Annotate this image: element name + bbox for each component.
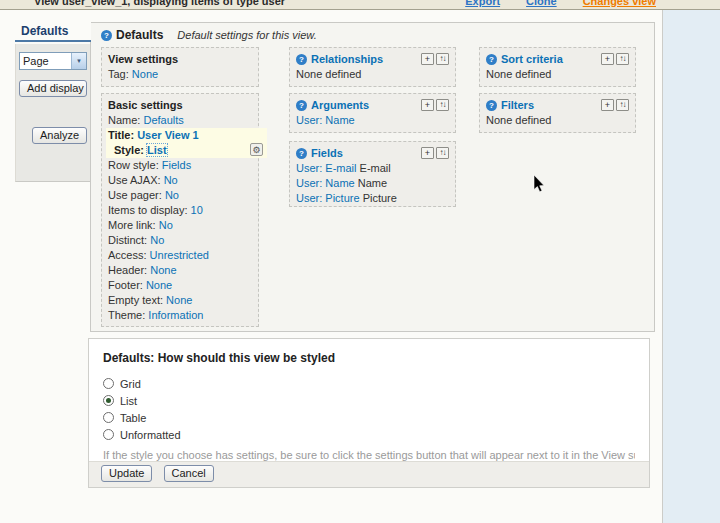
changed-settings-highlight: Title: User View 1 Style: List ⚙ bbox=[106, 128, 267, 158]
add-icon[interactable]: + bbox=[421, 99, 434, 111]
basic-settings-box: Basic settings Name: Defaults Title: Use… bbox=[101, 93, 259, 327]
rearrange-icon[interactable]: ↑↓ bbox=[436, 147, 449, 159]
tag-label: Tag: bbox=[108, 68, 129, 80]
add-icon[interactable]: + bbox=[601, 53, 614, 65]
style-edit-form: Defaults: How should this view be styled… bbox=[88, 338, 650, 488]
page-background-strip bbox=[662, 10, 720, 523]
setting-label: Style: bbox=[114, 144, 144, 156]
setting-label: Use AJAX: bbox=[108, 174, 161, 186]
panel-title: Defaults bbox=[116, 28, 163, 42]
setting-value-link[interactable]: Defaults bbox=[143, 114, 183, 126]
setting-value-link[interactable]: None bbox=[146, 279, 172, 291]
tag-value-link[interactable]: None bbox=[132, 68, 158, 80]
analyze-button[interactable]: Analyze bbox=[32, 127, 87, 144]
field-item-link[interactable]: User: Name bbox=[296, 177, 355, 189]
arguments-title-link[interactable]: Arguments bbox=[311, 99, 369, 111]
help-icon[interactable]: ? bbox=[296, 148, 307, 159]
add-icon[interactable]: + bbox=[421, 53, 434, 65]
radio-icon[interactable] bbox=[103, 412, 114, 423]
sort-criteria-empty: None defined bbox=[486, 67, 629, 82]
field-item-suffix: Picture bbox=[363, 192, 397, 204]
radio-label: Unformatted bbox=[120, 429, 181, 441]
display-type-select[interactable]: Page ▼ bbox=[19, 52, 87, 70]
setting-label: Title: bbox=[108, 129, 134, 141]
display-type-value: Page bbox=[20, 55, 49, 67]
setting-value-link[interactable]: Unrestricted bbox=[150, 249, 209, 261]
setting-label: Footer: bbox=[108, 279, 143, 291]
filters-empty: None defined bbox=[486, 113, 629, 128]
setting-label: Access: bbox=[108, 249, 147, 261]
form-buttons-bar: Update Cancel bbox=[89, 461, 649, 487]
style-option-grid[interactable]: Grid bbox=[103, 375, 635, 392]
add-display-button[interactable]: Add display bbox=[19, 80, 87, 97]
clone-link[interactable]: Clone bbox=[526, 0, 557, 7]
view-title-bar: View user_view_1, displaying items of ty… bbox=[0, 0, 720, 10]
rearrange-icon[interactable]: ↑↓ bbox=[616, 53, 629, 65]
displays-sidebar: Page ▼ Add display Analyze bbox=[15, 44, 91, 182]
panel-header: ? Defaults Default settings for this vie… bbox=[91, 23, 654, 42]
setting-value-link[interactable]: None bbox=[150, 264, 176, 276]
fields-box: ? Fields + ↑↓ User: E-mail E-mail User: … bbox=[289, 141, 456, 207]
setting-value-link[interactable]: No bbox=[165, 189, 179, 201]
setting-label: Distinct: bbox=[108, 234, 147, 246]
rearrange-icon[interactable]: ↑↓ bbox=[436, 99, 449, 111]
setting-label: Items to display: bbox=[108, 204, 187, 216]
style-option-table[interactable]: Table bbox=[103, 409, 635, 426]
view-settings-title: View settings bbox=[108, 53, 178, 65]
changes-view-link[interactable]: Changes view bbox=[583, 0, 656, 7]
radio-icon[interactable] bbox=[103, 378, 114, 389]
setting-label: Empty text: bbox=[108, 294, 163, 306]
style-option-unformatted[interactable]: Unformatted bbox=[103, 426, 635, 443]
relationships-box: ? Relationships + ↑↓ None defined bbox=[289, 47, 456, 87]
rearrange-icon[interactable]: ↑↓ bbox=[436, 53, 449, 65]
setting-value-link[interactable]: 10 bbox=[191, 204, 203, 216]
help-icon[interactable]: ? bbox=[296, 100, 307, 111]
sort-criteria-title-link[interactable]: Sort criteria bbox=[501, 53, 563, 65]
setting-value-link[interactable]: No bbox=[150, 234, 164, 246]
radio-label: List bbox=[120, 395, 137, 407]
view-settings-box: View settings Tag: None bbox=[101, 47, 259, 87]
mouse-cursor-icon bbox=[533, 175, 545, 193]
help-icon[interactable]: ? bbox=[101, 30, 112, 41]
add-icon[interactable]: + bbox=[601, 99, 614, 111]
arguments-box: ? Arguments + ↑↓ User: Name bbox=[289, 93, 456, 133]
field-item-suffix: Name bbox=[358, 177, 387, 189]
cancel-button[interactable]: Cancel bbox=[164, 465, 214, 482]
field-item-link[interactable]: User: Picture bbox=[296, 192, 360, 204]
filters-box: ? Filters + ↑↓ None defined bbox=[479, 93, 636, 133]
tab-defaults[interactable]: Defaults bbox=[15, 22, 91, 42]
title-value-link[interactable]: User View 1 bbox=[137, 129, 199, 141]
style-value-link[interactable]: List bbox=[147, 144, 167, 156]
view-title: View user_view_1, displaying items of ty… bbox=[34, 0, 285, 7]
field-item-suffix: E-mail bbox=[360, 162, 391, 174]
setting-value-link[interactable]: No bbox=[159, 219, 173, 231]
radio-icon[interactable] bbox=[103, 395, 114, 406]
setting-value-link[interactable]: Fields bbox=[162, 159, 191, 171]
setting-label: Row style: bbox=[108, 159, 159, 171]
form-help-text: If the style you choose has settings, be… bbox=[103, 448, 635, 462]
setting-value-link[interactable]: Information bbox=[148, 309, 203, 321]
setting-label: Header: bbox=[108, 264, 147, 276]
export-link[interactable]: Export bbox=[465, 0, 500, 7]
form-heading: Defaults: How should this view be styled bbox=[103, 351, 635, 365]
fields-title-link[interactable]: Fields bbox=[311, 147, 343, 159]
update-button[interactable]: Update bbox=[101, 465, 152, 482]
help-icon[interactable]: ? bbox=[486, 54, 497, 65]
radio-label: Table bbox=[120, 412, 146, 424]
help-icon[interactable]: ? bbox=[296, 54, 307, 65]
setting-value-link[interactable]: None bbox=[166, 294, 192, 306]
radio-icon[interactable] bbox=[103, 429, 114, 440]
style-settings-gear-icon[interactable]: ⚙ bbox=[250, 143, 263, 156]
relationships-title-link[interactable]: Relationships bbox=[311, 53, 383, 65]
add-icon[interactable]: + bbox=[421, 147, 434, 159]
chevron-down-icon: ▼ bbox=[71, 53, 86, 69]
rearrange-icon[interactable]: ↑↓ bbox=[616, 99, 629, 111]
setting-value-link[interactable]: No bbox=[164, 174, 178, 186]
field-item-link[interactable]: User: E-mail bbox=[296, 162, 357, 174]
basic-settings-title: Basic settings bbox=[108, 99, 183, 111]
style-option-list[interactable]: List bbox=[103, 392, 635, 409]
setting-label: Use pager: bbox=[108, 189, 162, 201]
argument-item-link[interactable]: User: Name bbox=[296, 114, 355, 126]
help-icon[interactable]: ? bbox=[486, 100, 497, 111]
filters-title-link[interactable]: Filters bbox=[501, 99, 534, 111]
